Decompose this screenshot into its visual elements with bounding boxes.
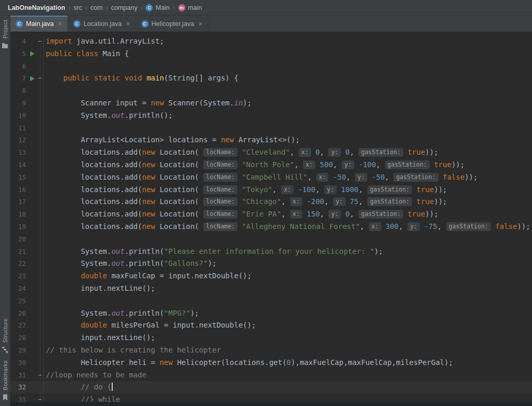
code-line-12[interactable]: 12 ArrayList<Location> locations = new A… [10,134,532,146]
inlay-hint: y: [355,173,367,182]
code-token: Helicopter heli = [46,358,159,367]
code-line-26[interactable]: 26 System.out.println("MPG?"); [10,307,532,320]
line-number: 11 [10,122,28,134]
code-line-24[interactable]: 24 input.nextLine(); [10,282,532,295]
breadcrumb-label: company [111,4,138,11]
gutter-fold-slot [36,258,44,270]
gutter-fold-slot [36,319,44,332]
breadcrumb-item-company[interactable]: company [110,3,139,12]
sidebar-item-bookmarks[interactable]: Bookmarks [2,360,8,403]
code-line-23[interactable]: 23 double maxFuelCap = input.nextDouble(… [10,270,532,282]
breadcrumb-item-main[interactable]: mmain [177,3,204,12]
code-token: java.util.ArrayList; [72,37,164,45]
code-line-30[interactable]: 30 Helicopter heli = new Helicopter(loca… [10,357,532,369]
code-editor[interactable]: 4−import java.util.ArrayList;5public cla… [10,32,532,406]
code-token: 0 [311,148,320,156]
line-number: 19 [10,221,28,233]
code-line-10[interactable]: 10 System.out.println(); [10,110,532,122]
breadcrumb-item-labonenavigation[interactable]: LabOneNavigation [6,3,66,12]
code-line-32[interactable]: 32 // do { [10,381,532,394]
code-line-9[interactable]: 9 Scanner input = new Scanner(System.in)… [10,97,532,110]
code-line-19[interactable]: 19 locations.add(new Location( locName: … [10,221,532,233]
fold-icon[interactable]: − [36,72,44,85]
line-number: 22 [10,258,28,270]
code-text: double maxFuelCap = input.nextDouble(); [44,270,532,282]
code-line-17[interactable]: 17 locations.add(new Location( locName: … [10,196,532,208]
tab-helicopter-java[interactable]: CHelicopter.java× [136,16,208,32]
code-token: )); [464,173,477,181]
code-token: locations.add( [46,197,142,206]
gutter-fold-slot [36,381,44,394]
breadcrumb-item-src[interactable]: src [72,3,84,12]
code-token: 1000 [337,185,358,194]
run-button[interactable] [28,76,36,82]
close-icon[interactable]: × [58,20,62,28]
code-token: System. [46,247,111,255]
line-number: 17 [10,196,28,208]
sidebar-item-project[interactable]: Project [2,20,8,51]
code-text: ArrayList<Location> locations = new Arra… [44,134,532,146]
close-icon[interactable]: × [126,20,130,28]
class-icon: C [141,20,149,28]
tab-label: Main.java [26,20,54,28]
line-number: 9 [10,97,28,110]
code-line-16[interactable]: 16 locations.add(new Location( locName: … [10,184,532,196]
code-text: locations.add(new Location( locName: "Ch… [44,196,532,208]
code-line-22[interactable]: 22 System.out.println("Gallons?"); [10,258,532,270]
line-number: 16 [10,184,28,196]
inlay-hint: gasStation: [358,210,403,219]
code-token: new [142,222,155,231]
gutter-fold-slot [36,344,44,357]
code-line-8[interactable]: 8 [10,85,532,97]
code-line-20[interactable]: 20 [10,233,532,246]
project-icon [2,42,8,51]
code-line-6[interactable]: 6 [10,60,532,73]
breadcrumb-item-main[interactable]: CMain [144,3,171,12]
code-line-7[interactable]: 7− public static void main(String[] args… [10,72,532,85]
code-token: 500 [315,160,333,169]
fold-icon[interactable]: − [36,35,44,48]
tab-main-java[interactable]: CMain.java× [10,16,68,32]
code-line-15[interactable]: 15 locations.add(new Location( locName: … [10,171,532,184]
breadcrumb-item-com[interactable]: com [89,3,104,12]
inlay-hint: y: [328,148,341,157]
code-token: .println(); [125,111,173,119]
code-line-4[interactable]: 4−import java.util.ArrayList; [10,35,532,48]
line-number: 23 [10,270,28,282]
run-button[interactable] [28,51,36,57]
code-text: locations.add(new Location( locName: "To… [44,184,532,196]
code-line-13[interactable]: 13 locations.add(new Location( locName: … [10,146,532,159]
sidebar-item-structure[interactable]: Structure [2,318,8,355]
code-token: true [412,185,434,194]
tab-location-java[interactable]: CLocation.java× [68,16,136,32]
close-icon[interactable]: × [198,20,203,28]
code-line-25[interactable]: 25 [10,295,532,307]
code-line-21[interactable]: 21 System.out.println("Please enter info… [10,246,532,258]
code-token: , [281,210,290,218]
code-line-28[interactable]: 28 input.nextLine(); [10,332,532,344]
code-token: .println( [125,309,164,317]
code-token: input.nextLine(); [46,333,155,342]
tab-label: Location.java [84,20,122,28]
gutter-fold-slot [36,233,44,246]
code-token: new [142,210,155,218]
gutter-fold-slot [36,221,44,233]
code-area[interactable]: 4−import java.util.ArrayList;5public cla… [10,32,532,406]
code-line-5[interactable]: 5public class Main { [10,48,532,60]
code-line-18[interactable]: 18 locations.add(new Location( locName: … [10,208,532,221]
class-icon: C [16,20,23,28]
code-line-27[interactable]: 27 double milesPerGal = input.nextDouble… [10,319,532,332]
breadcrumb-separator: › [85,4,87,11]
code-line-31[interactable]: 31−//loop needs to be made [10,369,532,382]
line-number: 10 [10,110,28,122]
editor-tabbar: CMain.java×CLocation.java×CHelicopter.ja… [10,16,532,32]
code-line-29[interactable]: 29// this below is creating the helicopt… [10,344,532,357]
gutter-fold-slot [36,48,44,60]
code-token: // this below is creating the helicopter [46,346,221,354]
fold-icon[interactable]: − [36,369,44,382]
code-token: "Please enter information for your helic… [164,247,375,255]
code-line-11[interactable]: 11 [10,122,532,134]
code-token: false [438,173,465,181]
code-line-14[interactable]: 14 locations.add(new Location( locName: … [10,159,532,171]
code-token: locations.add( [46,148,142,156]
